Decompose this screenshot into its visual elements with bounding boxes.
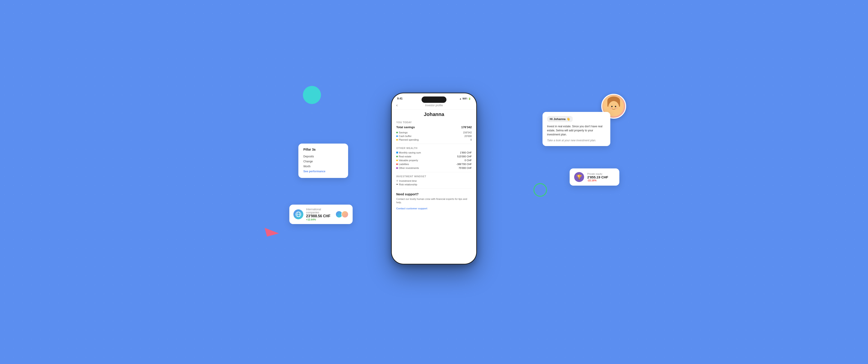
wealth-label-3: Liabilities (399, 163, 409, 165)
support-section: Need support? Contact our lovely human c… (396, 191, 472, 210)
savings-value-0: 156'542 (463, 131, 472, 134)
phone-frame: 9:41 ▲ WiFi 🔋 ‹ Investor profile Johanna (391, 93, 477, 265)
mindset-item-0: ⏱ Investment time (396, 180, 472, 182)
svg-point-5 (611, 106, 613, 107)
decorative-arrow (265, 225, 279, 237)
wealth-item-3: Liabilities -386'700 CHF (396, 163, 472, 165)
private-equity-icon: 🏆 (574, 172, 584, 182)
international-avatars (336, 211, 348, 218)
wealth-value-3: -386'700 CHF (456, 163, 472, 165)
total-savings-value: 176'342 (461, 125, 472, 129)
total-savings-label: Total savings (396, 125, 415, 129)
pillar3a-change[interactable]: Change (303, 159, 343, 164)
clock-icon: ⏱ (396, 180, 398, 182)
private-equity-amount: 2'855.19 CHF (587, 175, 608, 179)
screen-content: Johanna You today Total savings 176'342 … (392, 110, 476, 260)
avatar-2 (341, 211, 348, 218)
status-time: 9:41 (397, 97, 403, 100)
savings-dot-1 (396, 135, 398, 137)
chat-cta: Take a look at your new investment plan. (547, 139, 606, 142)
phone-device: 9:41 ▲ WiFi 🔋 ‹ Investor profile Johanna (391, 93, 477, 265)
mindset-label-1: Risk relationship (399, 183, 417, 186)
pillar3a-title: Pillar 3a (303, 148, 343, 151)
savings-label-1: Cash buffer (399, 135, 412, 138)
savings-item-1: Cash buffer 20'000 (396, 135, 472, 138)
wealth-icon-4 (396, 167, 398, 169)
user-name: Johanna (396, 112, 472, 117)
international-amount: 23'988.56 CHF (306, 214, 333, 218)
savings-dot-0 (396, 131, 398, 133)
total-savings-row: Total savings 176'342 (396, 125, 472, 129)
wealth-label-4: Other investments (399, 166, 419, 169)
wealth-value-4: 75'000 CHF (459, 166, 472, 169)
wealth-item-1: Real estate 515'000 CHF (396, 155, 472, 158)
decorative-green-circle (533, 183, 547, 197)
savings-value-2: 0 (470, 139, 472, 141)
wealth-value-0: 1'900 CHF (460, 151, 472, 154)
chat-greeting: Hi Johanna 👋 (547, 116, 573, 122)
wealth-item-4: Other investments 75'000 CHF (396, 166, 472, 169)
wealth-icon-1 (396, 156, 398, 157)
card-international-companies: International companies 23'988.56 CHF +1… (289, 205, 352, 224)
chat-message: Invest in real estate. Since you don't h… (547, 124, 606, 136)
heart-icon: ❤ (396, 183, 398, 186)
phone-notch (422, 96, 446, 103)
contact-support-link[interactable]: Contact customer support (396, 207, 428, 210)
phone-screen: 9:41 ▲ WiFi 🔋 ‹ Investor profile Johanna (392, 93, 476, 264)
globe-icon (293, 209, 303, 219)
decorative-teal-circle (303, 86, 321, 104)
wifi-icon: WiFi (463, 97, 467, 100)
section-mindset-label: Investment mindset (396, 175, 472, 178)
wealth-icon-0 (396, 152, 398, 153)
pillar3a-see-performance[interactable]: See performance (303, 169, 343, 174)
wealth-item-2: Valuable property 0 CHF (396, 159, 472, 162)
section-today-label: You today (396, 121, 472, 124)
wealth-icon-2 (396, 159, 398, 161)
mindset-label-0: Investment time (399, 180, 417, 182)
international-info: International companies 23'988.56 CHF +1… (306, 208, 333, 221)
card-pillar3a: Pillar 3a Deposits Change Worth See perf… (298, 144, 348, 178)
savings-label-0: Savings (399, 131, 408, 134)
divider-3 (396, 188, 472, 189)
card-chat-bubble: Hi Johanna 👋 Invest in real estate. Sinc… (542, 112, 610, 146)
private-equity-change: -22.16% (587, 179, 608, 182)
savings-label-2: Planned spending (399, 139, 418, 141)
wealth-icon-3 (396, 163, 398, 165)
svg-point-7 (610, 108, 612, 109)
support-description: Contact our lovely human crew with finan… (396, 198, 472, 204)
pillar3a-worth[interactable]: Worth (303, 164, 343, 169)
signal-icon: ▲ (459, 97, 462, 100)
battery-icon: 🔋 (468, 97, 471, 100)
section-wealth-label: Other wealth (396, 147, 472, 149)
mindset-item-1: ❤ Risk relationship (396, 183, 472, 186)
user-name-section: Johanna (396, 110, 472, 121)
private-equity-info: Private equity 2'855.19 CHF -22.16% (587, 173, 608, 182)
divider-2 (396, 172, 472, 172)
wealth-item-0: Monthly saving sum 1'900 CHF (396, 151, 472, 154)
savings-item-2: Planned spending 0 (396, 139, 472, 141)
support-title: Need support? (396, 192, 472, 196)
header-title: Investor profile (425, 103, 443, 107)
svg-point-4 (608, 101, 619, 114)
wealth-label-1: Real estate (399, 155, 411, 158)
card-private-equity: 🏆 Private equity 2'855.19 CHF -22.16% (569, 169, 619, 186)
international-company-name: International companies (306, 208, 333, 214)
app-header: ‹ Investor profile (392, 102, 476, 110)
wealth-value-1: 515'000 CHF (457, 155, 472, 158)
savings-value-1: 20'000 (464, 135, 472, 138)
pillar3a-deposits[interactable]: Deposits (303, 154, 343, 159)
savings-dot-2 (396, 139, 398, 141)
svg-point-6 (615, 106, 616, 107)
private-equity-label: Private equity (587, 173, 608, 175)
back-button[interactable]: ‹ (396, 103, 398, 108)
wealth-label-2: Valuable property (399, 159, 418, 162)
savings-item-0: Savings 156'542 (396, 131, 472, 134)
wealth-value-2: 0 CHF (465, 159, 472, 162)
wealth-label-0: Monthly saving sum (399, 151, 421, 154)
international-change: +12.64% (306, 218, 333, 221)
svg-point-8 (615, 108, 618, 109)
status-icons: ▲ WiFi 🔋 (459, 97, 471, 100)
